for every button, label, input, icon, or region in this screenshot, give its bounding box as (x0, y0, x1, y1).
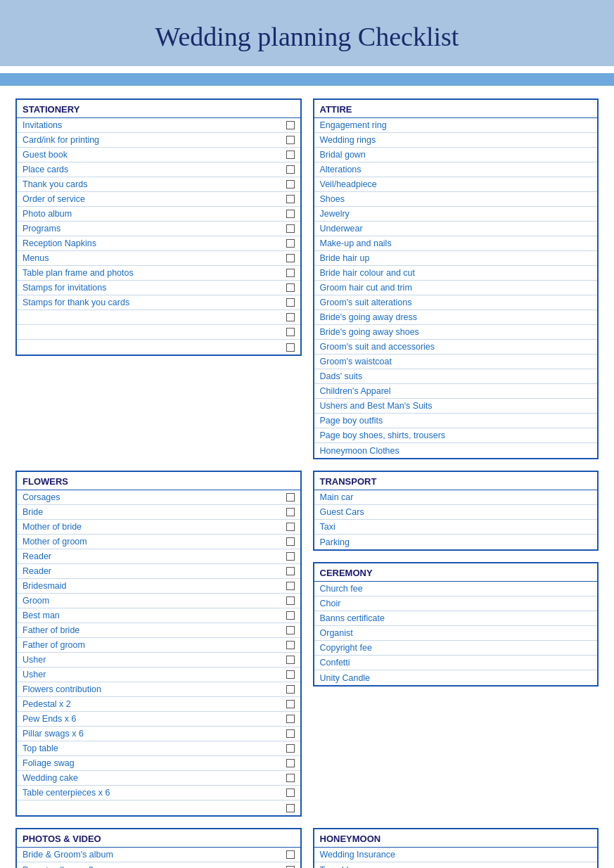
list-item: Mother of groom (17, 535, 300, 549)
checkbox[interactable] (286, 700, 295, 708)
checkbox[interactable] (286, 254, 295, 262)
checkbox[interactable] (286, 165, 295, 174)
list-item: Bride's going away dress (314, 310, 598, 325)
checkbox[interactable] (286, 508, 295, 516)
checkbox[interactable] (286, 552, 295, 561)
list-item: Wedding Insurance (314, 848, 598, 862)
list-item: Photo album (17, 207, 300, 222)
checkbox[interactable] (286, 866, 295, 869)
checkbox[interactable] (286, 210, 295, 218)
checkbox[interactable] (286, 729, 295, 738)
list-item: Groom hair cut and trim (314, 281, 598, 295)
stationery-title: STATIONERY (17, 100, 300, 118)
main-content: STATIONERY InvitationsCard/ink for print… (0, 86, 614, 868)
checkbox[interactable] (286, 611, 295, 620)
list-item: Bride & Groom's album (17, 848, 300, 862)
ceremony-title: CEREMONY (314, 563, 598, 582)
list-item: Bride hair colour and cut (314, 266, 598, 281)
checkbox[interactable] (286, 224, 295, 233)
list-item: Organist (314, 626, 598, 641)
checkbox[interactable] (286, 328, 295, 336)
list-item: Bridesmaid (17, 579, 300, 594)
checkbox[interactable] (286, 269, 295, 277)
list-item: Pedestal x 2 (17, 697, 300, 712)
stationery-section: STATIONERY InvitationsCard/ink for print… (15, 98, 302, 356)
checkbox[interactable] (286, 641, 295, 649)
list-item: Travel Insurance (314, 862, 598, 868)
list-item: Dads' suits (314, 369, 598, 384)
ceremony-section: CEREMONY Church feeChoirBanns certificat… (313, 562, 599, 687)
list-item: Corsages (17, 490, 300, 505)
checkbox[interactable] (286, 582, 295, 590)
list-item: Honeymoon Clothes (314, 443, 598, 458)
checkbox[interactable] (286, 804, 295, 812)
list-item: Church fee (314, 582, 598, 596)
checkbox[interactable] (286, 523, 295, 531)
list-item: Top table (17, 741, 300, 756)
list-item: Page boy outfits (314, 414, 598, 428)
list-item: Alterations (314, 162, 598, 177)
list-item: Children's Apparel (314, 384, 598, 399)
list-item: Unity Candle (314, 670, 598, 685)
list-item: Wedding rings (314, 133, 598, 148)
list-item: Main car (314, 490, 598, 505)
list-item: Shoes (314, 192, 598, 207)
checkbox[interactable] (286, 283, 295, 292)
list-item (17, 325, 300, 340)
checkbox[interactable] (286, 121, 295, 129)
checkbox[interactable] (286, 151, 295, 159)
checkbox[interactable] (286, 136, 295, 144)
list-item: Bridal gown (314, 148, 598, 162)
checkbox[interactable] (286, 180, 295, 189)
list-item: Usher (17, 668, 300, 682)
checkbox[interactable] (286, 850, 295, 859)
checkbox[interactable] (286, 685, 295, 694)
checkbox[interactable] (286, 298, 295, 307)
list-item: Groom (17, 594, 300, 608)
page-title: Wedding planning Checklist (14, 21, 600, 52)
list-item: Copyright fee (314, 641, 598, 656)
page-header: Wedding planning Checklist (0, 0, 614, 66)
checkbox[interactable] (286, 596, 295, 605)
list-item: Engagement ring (314, 118, 598, 133)
list-item: Menus (17, 251, 300, 266)
checkbox[interactable] (286, 493, 295, 502)
checkbox[interactable] (286, 715, 295, 723)
photos-title: PHOTOS & VIDEO (17, 829, 300, 848)
list-item: Pillar swags x 6 (17, 727, 300, 741)
list-item (17, 800, 300, 815)
checkbox[interactable] (286, 789, 295, 797)
list-item: Flowers contribution (17, 682, 300, 697)
checkbox[interactable] (286, 656, 295, 664)
list-item: Table plan frame and photos (17, 266, 300, 281)
photos-section: PHOTOS & VIDEO Bride & Groom's albumPare… (15, 828, 302, 868)
checkbox[interactable] (286, 239, 295, 248)
right-column: TRANSPORT Main carGuest CarsTaxiParking … (313, 471, 599, 687)
list-item: Order of service (17, 192, 300, 207)
list-item: Make-up and nails (314, 236, 598, 251)
checkbox[interactable] (286, 774, 295, 782)
list-item: Reader (17, 549, 300, 564)
checkbox[interactable] (286, 537, 295, 546)
list-item: Wedding cake (17, 771, 300, 786)
list-item: Parking (314, 535, 598, 549)
list-item: Card/ink for printing (17, 133, 300, 148)
list-item: Guest book (17, 148, 300, 162)
list-item: Banns certificate (314, 611, 598, 626)
header-stripe (0, 73, 614, 86)
list-item: Bride's going away shoes (314, 325, 598, 340)
list-item: Bride (17, 505, 300, 520)
checkbox[interactable] (286, 567, 295, 575)
list-item: Choir (314, 596, 598, 611)
checkbox[interactable] (286, 670, 295, 679)
list-item: Invitations (17, 118, 300, 133)
list-item: Father of groom (17, 638, 300, 653)
checkbox[interactable] (286, 343, 295, 352)
checkbox[interactable] (286, 626, 295, 634)
checkbox[interactable] (286, 313, 295, 321)
checkbox[interactable] (286, 759, 295, 767)
list-item: Underwear (314, 222, 598, 236)
list-item: Mother of bride (17, 520, 300, 535)
checkbox[interactable] (286, 195, 295, 203)
checkbox[interactable] (286, 744, 295, 753)
